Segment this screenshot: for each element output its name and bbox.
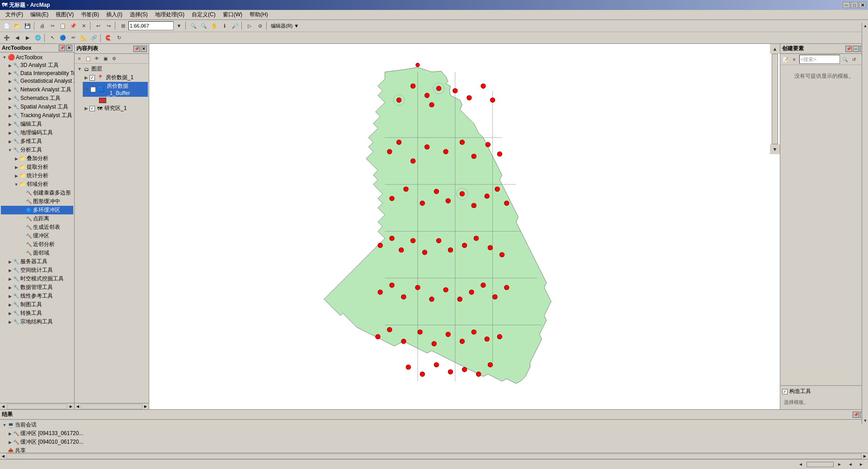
menu-window[interactable]: 窗口(W) bbox=[219, 10, 246, 19]
content-scroll-left[interactable]: ◄ bbox=[75, 404, 81, 409]
pan[interactable]: ✋ bbox=[209, 21, 219, 31]
info-tool[interactable]: 🔵 bbox=[58, 33, 68, 43]
title-bar-controls[interactable]: ─ □ ✕ bbox=[843, 2, 866, 8]
tree-item-spatial[interactable]: ▶ 🔧 Spatial Analyst 工具 bbox=[1, 103, 73, 111]
content-list-close[interactable]: ✕ bbox=[141, 46, 147, 52]
tree-item-edit[interactable]: ▶ 🔧 编辑工具 bbox=[1, 120, 73, 128]
scale-input[interactable]: 1:66,067 bbox=[128, 21, 174, 30]
tree-item-overlay[interactable]: ▶ 📁 叠加分析 bbox=[1, 154, 73, 163]
tree-item-arctoolbox[interactable]: ▼ 🔴 ArcToolbox bbox=[1, 53, 73, 61]
results-item-2[interactable]: ▶ 🔨 缓冲区 [094010_061720... bbox=[1, 438, 867, 446]
tree-item-nearana[interactable]: ▶ 🔨 近邻分析 bbox=[1, 240, 73, 249]
tree-item-server[interactable]: ▶ 🔧 服务器工具 bbox=[1, 257, 73, 266]
zoom-prev[interactable]: ◀ bbox=[12, 33, 22, 43]
new-button[interactable]: 📄 bbox=[2, 21, 12, 31]
tree-item-polyneighbor[interactable]: ▶ 🔨 面邻域 bbox=[1, 249, 73, 257]
tree-item-parcel[interactable]: ▶ 🔧 宗地结构工具 bbox=[1, 317, 73, 326]
tree-item-voronoi[interactable]: ▶ 🔨 创建泰森多边形 bbox=[1, 189, 73, 197]
checkbox-buffer[interactable] bbox=[90, 87, 96, 92]
snap-tool[interactable]: 🧲 bbox=[104, 33, 113, 43]
layer-row-house[interactable]: ▶ 📍 房价数据_1 bbox=[83, 73, 148, 82]
save-button[interactable]: 💾 bbox=[23, 21, 33, 31]
create-feature-pin[interactable]: 📌 bbox=[845, 46, 852, 52]
menu-insert[interactable]: 插入(I) bbox=[103, 10, 126, 19]
zoom-next[interactable]: ▶ bbox=[23, 33, 33, 43]
results-hscroll[interactable]: ◄ ► bbox=[0, 453, 868, 459]
list-by-visibility[interactable]: 👁 bbox=[93, 55, 101, 63]
scroll-right-icon[interactable]: ► bbox=[68, 404, 74, 409]
cf-search-btn[interactable]: 🔍 bbox=[841, 55, 849, 63]
map-hscroll-track[interactable] bbox=[807, 462, 834, 467]
close-button[interactable]: ✕ bbox=[859, 2, 866, 8]
zoom-in[interactable]: 🔍 bbox=[189, 21, 198, 31]
scale-dropdown[interactable]: ▼ bbox=[174, 21, 184, 31]
tree-item-convert[interactable]: ▶ 🔧 转换工具 bbox=[1, 309, 73, 317]
content-list-pin[interactable]: 📌 bbox=[133, 46, 140, 52]
results-share[interactable]: ▶ 📤 共享 bbox=[1, 446, 867, 453]
tree-item-linear[interactable]: ▶ 🔧 线性参考工具 bbox=[1, 292, 73, 300]
tree-item-multi-buf[interactable]: ▶ 🔷 多环缓冲区 bbox=[1, 206, 73, 214]
pointer-tool[interactable]: ↖ bbox=[47, 33, 57, 43]
draw-tool[interactable]: ✏ bbox=[68, 33, 78, 43]
maximize-button[interactable]: □ bbox=[851, 2, 858, 8]
tree-item-graphic-buf[interactable]: ▶ 🔨 图形缓冲中 bbox=[1, 197, 73, 206]
map-vscroll[interactable]: ▲ ▼ bbox=[770, 44, 780, 154]
redo-button[interactable]: ↪ bbox=[104, 21, 113, 31]
tree-item-interop[interactable]: ▶ 🔧 Data Interoperability Tools bbox=[1, 70, 73, 77]
paste-button[interactable]: 📌 bbox=[68, 21, 78, 31]
zoom-to-full[interactable]: ⊞ bbox=[118, 21, 128, 31]
full-extent[interactable]: 🌐 bbox=[33, 33, 43, 43]
cut-button[interactable]: ✂ bbox=[47, 21, 57, 31]
tree-item-spatstat[interactable]: ▶ 🔧 空间统计工具 bbox=[1, 266, 73, 275]
map-area[interactable]: ▲ ▼ bbox=[149, 44, 780, 409]
menu-bookmark[interactable]: 书签(B) bbox=[77, 10, 103, 19]
map-zoom-in-sm[interactable]: ► bbox=[856, 460, 866, 469]
results-item-1[interactable]: ▶ 🔨 缓冲区 [094133_061720... bbox=[1, 429, 867, 438]
open-button[interactable]: 📂 bbox=[12, 21, 22, 31]
tree-item-stats[interactable]: ▶ 📁 统计分析 bbox=[1, 171, 73, 180]
tree-item-spattime[interactable]: ▶ 🔧 时空模式挖掘工具 bbox=[1, 275, 73, 283]
menu-geoprocess[interactable]: 地理处理(G) bbox=[151, 10, 188, 19]
results-scroll-left[interactable]: ◄ bbox=[0, 454, 6, 459]
list-options[interactable]: ⚙ bbox=[110, 55, 118, 63]
content-scroll-right[interactable]: ► bbox=[142, 404, 149, 409]
tree-item-geocode[interactable]: ▶ 🔧 地理编码工具 bbox=[1, 128, 73, 137]
arc-toolbox-header-btns[interactable]: 📌 ✕ bbox=[59, 45, 72, 51]
tree-item-neighbor[interactable]: ▼ 📁 邻域分析 bbox=[1, 180, 73, 189]
undo-button[interactable]: ↩ bbox=[93, 21, 103, 31]
tree-item-schema[interactable]: ▶ 🔧 Schematics 工具 bbox=[1, 94, 73, 103]
tree-item-geo[interactable]: ▶ 🔧 Geostatistical Analyst 工具 bbox=[1, 77, 73, 85]
layer-group-root[interactable]: ▼ 🗂 图层 bbox=[75, 65, 148, 73]
menu-file[interactable]: 文件(F) bbox=[2, 10, 27, 19]
tree-item-network[interactable]: ▶ 🔧 Network Analyst 工具 bbox=[1, 85, 73, 94]
menu-view[interactable]: 视图(V) bbox=[52, 10, 77, 19]
rotate-tool[interactable]: ↻ bbox=[114, 33, 124, 43]
copy-button[interactable]: 📋 bbox=[58, 21, 68, 31]
cf-new-btn[interactable]: 📝 bbox=[781, 55, 789, 63]
arc-toolbox-close[interactable]: ✕ bbox=[66, 45, 72, 51]
measure-tool[interactable]: 📐 bbox=[79, 33, 89, 43]
map-scroll-up[interactable]: ▲ bbox=[770, 44, 780, 54]
checkbox-house[interactable] bbox=[90, 75, 95, 81]
menu-customize[interactable]: 自定义(C) bbox=[188, 10, 219, 19]
construct-tools-checkbox[interactable] bbox=[782, 389, 788, 394]
tree-item-tracking[interactable]: ▶ 🔧 Tracking Analyst 工具 bbox=[1, 111, 73, 120]
add-data[interactable]: ➕ bbox=[2, 33, 12, 43]
toolbox-hscroll[interactable]: ◄ ► bbox=[0, 403, 74, 409]
tree-item-3d[interactable]: ▶ 🔧 3D Analyst 工具 bbox=[1, 61, 73, 70]
cf-vscroll[interactable]: ▲ ▼ bbox=[862, 44, 868, 409]
list-by-drawing-order[interactable]: ≡ bbox=[75, 55, 84, 63]
map-zoom-out-sm[interactable]: ◄ bbox=[845, 460, 855, 469]
tree-item-multi[interactable]: ▶ 🔧 多维工具 bbox=[1, 137, 73, 146]
cf-list-btn[interactable]: ≡ bbox=[790, 55, 798, 63]
minimize-button[interactable]: ─ bbox=[843, 2, 850, 8]
find[interactable]: 🔎 bbox=[230, 21, 240, 31]
menu-help[interactable]: 帮助(H) bbox=[246, 10, 272, 19]
cf-refresh-btn[interactable]: ↺ bbox=[850, 55, 858, 63]
tree-item-analysis[interactable]: ▼ 🔧 分析工具 bbox=[1, 146, 73, 154]
arc-toolbox-pin[interactable]: 📌 bbox=[59, 45, 65, 51]
clear-selection[interactable]: ⊘ bbox=[255, 21, 265, 31]
results-session[interactable]: ▼ 💻 当前会话 bbox=[1, 421, 867, 429]
tree-item-nearneighbor[interactable]: ▶ 🔨 生成近邻表 bbox=[1, 223, 73, 232]
list-by-selection[interactable]: ▣ bbox=[101, 55, 109, 63]
